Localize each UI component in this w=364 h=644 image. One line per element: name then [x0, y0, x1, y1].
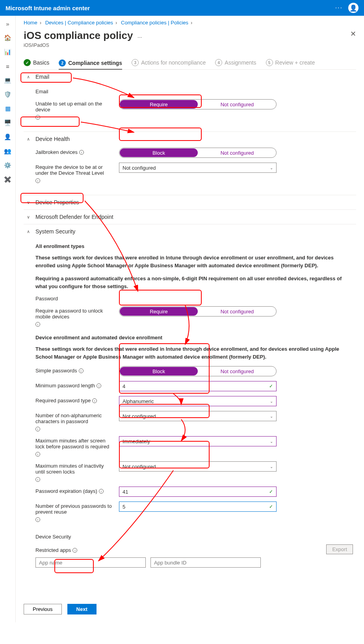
section-device-health-header[interactable]: ∧ Device Health [24, 132, 356, 146]
info-icon[interactable]: i [97, 383, 101, 388]
devices-icon[interactable]: 💻 [3, 76, 13, 85]
pw-exp-label: Password expiration (days) [35, 488, 97, 494]
check-icon: ✓ [269, 383, 273, 389]
breadcrumb: Home› Devices | Compliance policies› Com… [24, 17, 356, 30]
pw-type-select[interactable]: Alphanumeric ⌄ [119, 396, 277, 406]
tab-basics[interactable]: ✓ Basics [24, 59, 49, 66]
breadcrumb-home[interactable]: Home [24, 20, 37, 26]
title-more-icon[interactable]: ··· [137, 34, 142, 40]
simple-pw-label: Simple passwords [35, 368, 77, 374]
tab-compliance[interactable]: 2 Compliance settings [59, 59, 122, 70]
tab-review[interactable]: 5 Review + create [266, 59, 315, 66]
maxlock-label: Maximum minutes after screen lock before… [35, 438, 114, 450]
section-email-header[interactable]: ∧ Email [24, 70, 356, 84]
info-icon[interactable]: i [35, 178, 40, 183]
device-enrollment-head: Device enrollment and automated device e… [35, 335, 353, 341]
tenant-icon[interactable]: ⚙️ [3, 161, 13, 170]
section-device-properties-header[interactable]: ∨ Device Properties [24, 195, 356, 209]
device-security-head: Device Security [35, 534, 353, 540]
services-icon[interactable]: ≡ [3, 61, 13, 71]
previous-button[interactable]: Previous [24, 604, 62, 614]
step-4-badge: 4 [215, 59, 222, 66]
troubleshoot-icon[interactable]: ✖️ [3, 175, 13, 184]
password-head: Password [35, 296, 353, 302]
jailbroken-label: Jailbroken devices [35, 149, 78, 155]
require-pw-label: Require a password to unlock mobile devi… [35, 308, 114, 320]
info-icon[interactable]: i [99, 489, 104, 494]
info-icon[interactable]: i [35, 427, 40, 431]
check-icon: ✓ [24, 59, 31, 66]
info-icon[interactable]: i [35, 477, 40, 482]
chevron-up-icon: ∧ [27, 229, 32, 234]
export-button[interactable]: Export [326, 544, 353, 554]
info-icon[interactable]: i [35, 322, 40, 327]
security-icon[interactable]: 🛡️ [3, 90, 13, 99]
restricted-apps-label: Restricted apps [35, 547, 71, 553]
jailbroken-toggle[interactable]: Block Not configured [119, 148, 277, 158]
groups-icon[interactable]: 👥 [3, 146, 13, 156]
all-enrollment-head: All enrollment types [35, 243, 353, 249]
pw-exp-input[interactable]: 41 ✓ [119, 487, 277, 497]
tab-assignments[interactable]: 4 Assignments [215, 59, 256, 66]
pw-type-label: Required password type [35, 398, 91, 403]
chevron-up-icon: ∧ [27, 74, 32, 80]
info-icon[interactable]: i [35, 115, 40, 120]
page-title: iOS compliance policy [24, 30, 133, 41]
close-icon[interactable]: ✕ [350, 30, 356, 38]
chevron-down-icon: ⌄ [270, 464, 273, 469]
home-icon[interactable]: 🏠 [3, 33, 13, 43]
avatar[interactable]: 👤 [348, 3, 358, 13]
min-length-input[interactable]: 4 ✓ [119, 381, 277, 391]
step-3-badge: 3 [132, 59, 139, 66]
breadcrumb-policies[interactable]: Compliance policies | Policies [121, 20, 188, 26]
prev-pw-input[interactable]: 5 ✓ [119, 502, 277, 512]
next-button[interactable]: Next [67, 604, 97, 614]
email-subhead: Email [35, 89, 353, 94]
require-pw-toggle[interactable]: Require Not configured [119, 306, 277, 316]
chevron-down-icon: ⌄ [270, 414, 273, 418]
sidebar-collapse-icon[interactable]: » [3, 19, 13, 28]
app-name-input[interactable] [35, 557, 146, 568]
info-icon[interactable]: i [35, 452, 40, 457]
page-subtitle: iOS/iPadOS [24, 43, 142, 48]
info-icon[interactable]: i [92, 398, 97, 403]
top-header: Microsoft Intune admin center ··· 👤 [0, 0, 364, 16]
email-setup-label: Unable to set up email on the device [35, 101, 114, 113]
simple-pw-toggle[interactable]: Block Not configured [119, 366, 277, 376]
section-device-properties: ∨ Device Properties [24, 195, 356, 210]
app-title: Microsoft Intune admin center [6, 5, 90, 11]
sidebar: » 🏠 📊 ≡ 💻 🛡️ ▦ 🖥️ 👤 👥 ⚙️ ✖️ [0, 16, 16, 622]
info-icon[interactable]: i [72, 548, 77, 553]
chevron-down-icon: ⌄ [270, 166, 273, 170]
info-icon[interactable]: i [79, 368, 84, 373]
check-icon: ✓ [269, 489, 273, 494]
min-length-label: Minimum password length [35, 383, 95, 389]
section-defender: ∨ Microsoft Defender for Endpoint [24, 210, 356, 224]
threat-level-label: Require the device to be at or under the… [35, 164, 114, 176]
info-icon[interactable]: i [35, 517, 40, 522]
section-system-security-header[interactable]: ∧ System Security [24, 224, 356, 239]
content-area: Home› Devices | Compliance policies› Com… [16, 16, 364, 622]
app-bundle-input[interactable] [150, 557, 261, 568]
maxinact-select[interactable]: Not configured ⌄ [119, 461, 277, 472]
users-icon[interactable]: 👤 [3, 132, 13, 142]
chevron-down-icon: ⌄ [270, 439, 273, 444]
section-defender-header[interactable]: ∨ Microsoft Defender for Endpoint [24, 210, 356, 224]
header-more-icon[interactable]: ··· [335, 4, 343, 11]
email-setup-toggle[interactable]: Require Not configured [119, 99, 277, 109]
dashboard-icon[interactable]: 📊 [3, 47, 13, 57]
enrollment-para-1: These settings work for devices that wer… [35, 254, 353, 269]
wizard-tabs: ✓ Basics 2 Compliance settings 3 Actions… [24, 59, 356, 70]
apps-icon[interactable]: ▦ [3, 104, 13, 113]
threat-level-select[interactable]: Not configured ⌄ [119, 163, 277, 173]
nonalpha-select[interactable]: Not configured ⌄ [119, 411, 277, 421]
tab-actions[interactable]: 3 Actions for noncompliance [132, 59, 206, 66]
breadcrumb-devices[interactable]: Devices | Compliance policies [45, 20, 113, 26]
chevron-up-icon: ∧ [27, 137, 32, 142]
maxlock-select[interactable]: Immediately ⌄ [119, 436, 277, 446]
chevron-down-icon: ∨ [27, 215, 32, 220]
step-5-badge: 5 [266, 59, 273, 66]
enrollment-para-3: These settings work for devices that wer… [35, 345, 353, 361]
endpoint-icon[interactable]: 🖥️ [3, 118, 13, 128]
info-icon[interactable]: i [79, 150, 84, 155]
